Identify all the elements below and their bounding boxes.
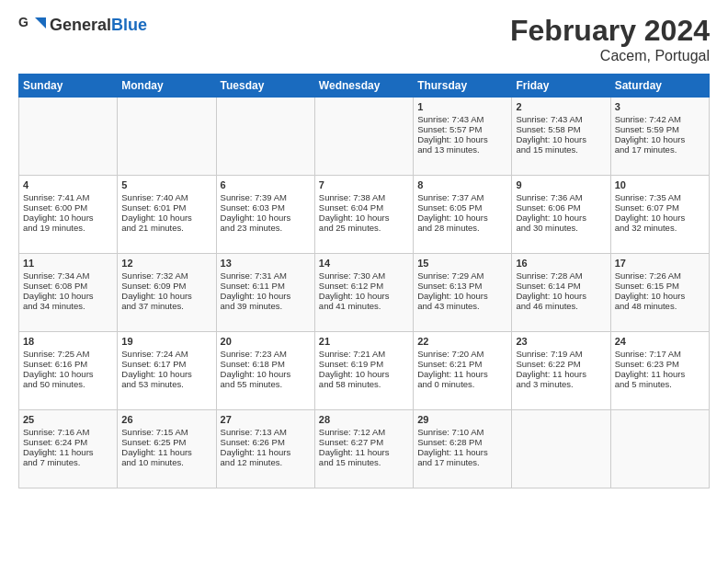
day-info-line: Daylight: 10 hours: [121, 291, 211, 301]
day-info-line: Sunrise: 7:20 AM: [417, 349, 507, 359]
day-info-line: Sunrise: 7:41 AM: [23, 192, 113, 202]
day-info-line: Daylight: 10 hours: [516, 291, 606, 301]
calendar-cell: 17Sunrise: 7:26 AMSunset: 6:15 PMDayligh…: [610, 254, 709, 332]
main-title: February 2024: [510, 14, 710, 48]
day-number: 21: [319, 336, 409, 347]
calendar-cell: [216, 98, 314, 176]
day-number: 14: [319, 258, 409, 269]
calendar-body: 1Sunrise: 7:43 AMSunset: 5:57 PMDaylight…: [19, 98, 710, 488]
day-number: 27: [221, 414, 311, 425]
day-info-line: Sunset: 6:24 PM: [23, 437, 113, 447]
day-info-line: Sunrise: 7:13 AM: [221, 427, 311, 437]
day-number: 11: [23, 258, 113, 269]
subtitle: Cacem, Portugal: [510, 48, 710, 64]
day-info-line: Sunrise: 7:19 AM: [516, 349, 606, 359]
day-info-line: Sunrise: 7:30 AM: [319, 270, 409, 281]
calendar-cell: 14Sunrise: 7:30 AMSunset: 6:12 PMDayligh…: [314, 254, 413, 332]
calendar-cell: [118, 98, 216, 176]
day-info-line: Sunrise: 7:21 AM: [319, 349, 409, 359]
day-info-line: and 25 minutes.: [319, 223, 409, 233]
calendar-cell: 9Sunrise: 7:36 AMSunset: 6:06 PMDaylight…: [512, 176, 610, 254]
calendar-cell: 26Sunrise: 7:15 AMSunset: 6:25 PMDayligh…: [118, 410, 216, 488]
day-info-line: Sunset: 6:28 PM: [417, 437, 507, 447]
day-info-line: Sunset: 6:11 PM: [221, 281, 311, 291]
day-info-line: Sunset: 6:06 PM: [516, 202, 606, 213]
week-row-2: 4Sunrise: 7:41 AMSunset: 6:00 PMDaylight…: [19, 176, 710, 254]
day-info-line: Daylight: 10 hours: [121, 369, 211, 379]
day-number: 3: [615, 101, 705, 112]
day-info-line: Sunrise: 7:43 AM: [417, 114, 507, 124]
day-number: 24: [615, 336, 705, 347]
day-info-line: Sunset: 6:13 PM: [417, 281, 507, 291]
day-info-line: Sunrise: 7:37 AM: [417, 192, 507, 202]
day-number: 17: [615, 258, 705, 269]
calendar-cell: 5Sunrise: 7:40 AMSunset: 6:01 PMDaylight…: [118, 176, 216, 254]
calendar-cell: 25Sunrise: 7:16 AMSunset: 6:24 PMDayligh…: [19, 410, 118, 488]
day-info-line: and 41 minutes.: [319, 301, 409, 311]
day-info-line: Sunset: 6:25 PM: [121, 437, 211, 447]
day-info-line: Sunrise: 7:12 AM: [319, 427, 409, 437]
day-info-line: Sunset: 6:16 PM: [23, 359, 113, 369]
calendar-cell: 13Sunrise: 7:31 AMSunset: 6:11 PMDayligh…: [216, 254, 314, 332]
calendar-cell: [610, 410, 709, 488]
day-info-line: Sunset: 6:19 PM: [319, 359, 409, 369]
day-info-line: Sunrise: 7:10 AM: [417, 427, 507, 437]
day-info-line: Sunset: 6:01 PM: [121, 202, 211, 213]
day-info-line: Sunset: 6:23 PM: [615, 359, 705, 369]
day-number: 9: [516, 179, 606, 190]
day-info-line: and 39 minutes.: [221, 301, 311, 311]
calendar-cell: 19Sunrise: 7:24 AMSunset: 6:17 PMDayligh…: [118, 332, 216, 410]
day-info-line: Sunset: 6:14 PM: [516, 281, 606, 291]
calendar-header: SundayMondayTuesdayWednesdayThursdayFrid…: [19, 75, 710, 98]
day-info-line: Sunrise: 7:23 AM: [221, 349, 311, 359]
day-info-line: Sunrise: 7:36 AM: [516, 192, 606, 202]
day-info-line: and 34 minutes.: [23, 301, 113, 311]
day-info-line: Sunrise: 7:25 AM: [23, 349, 113, 359]
day-info-line: and 46 minutes.: [516, 301, 606, 311]
day-info-line: Daylight: 10 hours: [221, 213, 311, 223]
weekday-header-tuesday: Tuesday: [216, 75, 314, 98]
calendar-cell: 16Sunrise: 7:28 AMSunset: 6:14 PMDayligh…: [512, 254, 610, 332]
week-row-4: 18Sunrise: 7:25 AMSunset: 6:16 PMDayligh…: [19, 332, 710, 410]
day-info-line: and 58 minutes.: [319, 379, 409, 389]
day-info-line: and 19 minutes.: [23, 223, 113, 233]
day-number: 10: [615, 179, 705, 190]
calendar-table: SundayMondayTuesdayWednesdayThursdayFrid…: [18, 74, 710, 488]
day-number: 1: [417, 101, 507, 112]
day-info-line: Daylight: 11 hours: [417, 369, 507, 379]
day-info-line: Sunset: 6:21 PM: [417, 359, 507, 369]
day-info-line: Sunset: 5:57 PM: [417, 124, 507, 134]
day-info-line: Sunrise: 7:17 AM: [615, 349, 705, 359]
day-info-line: and 21 minutes.: [121, 223, 211, 233]
day-number: 5: [121, 179, 211, 190]
day-info-line: Sunset: 6:03 PM: [221, 202, 311, 213]
calendar-cell: 3Sunrise: 7:42 AMSunset: 5:59 PMDaylight…: [610, 98, 709, 176]
page-container: G GeneralBlue February 2024 Cacem, Portu…: [0, 0, 728, 498]
day-info-line: Daylight: 11 hours: [221, 447, 311, 457]
calendar-cell: 27Sunrise: 7:13 AMSunset: 6:26 PMDayligh…: [216, 410, 314, 488]
day-info-line: and 50 minutes.: [23, 379, 113, 389]
day-info-line: and 0 minutes.: [417, 379, 507, 389]
day-number: 22: [417, 336, 507, 347]
day-info-line: Sunrise: 7:24 AM: [121, 349, 211, 359]
logo: G GeneralBlue: [18, 14, 147, 36]
day-info-line: Daylight: 10 hours: [23, 291, 113, 301]
logo-blue: Blue: [111, 16, 147, 34]
day-info-line: Sunrise: 7:15 AM: [121, 427, 211, 437]
day-number: 23: [516, 336, 606, 347]
calendar-cell: 8Sunrise: 7:37 AMSunset: 6:05 PMDaylight…: [414, 176, 512, 254]
calendar-cell: 15Sunrise: 7:29 AMSunset: 6:13 PMDayligh…: [414, 254, 512, 332]
svg-text:G: G: [18, 15, 28, 29]
day-info-line: Sunset: 6:17 PM: [121, 359, 211, 369]
day-info-line: Sunset: 6:07 PM: [615, 202, 705, 213]
calendar-cell: 18Sunrise: 7:25 AMSunset: 6:16 PMDayligh…: [19, 332, 118, 410]
day-info-line: Daylight: 10 hours: [23, 213, 113, 223]
day-number: 6: [221, 179, 311, 190]
day-info-line: Daylight: 11 hours: [615, 369, 705, 379]
calendar-cell: 24Sunrise: 7:17 AMSunset: 6:23 PMDayligh…: [610, 332, 709, 410]
day-info-line: Sunset: 6:09 PM: [121, 281, 211, 291]
calendar-cell: 2Sunrise: 7:43 AMSunset: 5:58 PMDaylight…: [512, 98, 610, 176]
day-info-line: Sunrise: 7:26 AM: [615, 270, 705, 281]
day-info-line: Sunrise: 7:16 AM: [23, 427, 113, 437]
day-info-line: Sunset: 6:00 PM: [23, 202, 113, 213]
